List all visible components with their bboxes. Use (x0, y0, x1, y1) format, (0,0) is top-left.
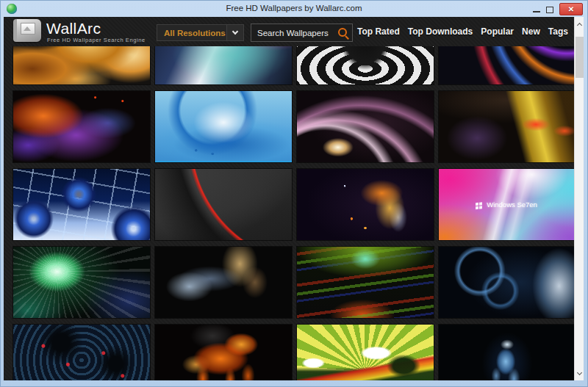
nav-tags[interactable]: Tags (548, 26, 568, 37)
wallpaper-thumbnail-blue-glass-spheres[interactable] (13, 169, 150, 240)
windows-flag-icon (476, 203, 478, 206)
wallpaper-label-wrap: Windows Se7en (476, 200, 537, 209)
titlebar: Free HD Wallpapers by Wallarc.com ✕ (1, 1, 587, 17)
wallpaper-thumbnail-ice-figure[interactable] (439, 325, 574, 380)
wallpaper-thumbnail-green-red-wavy-ribbons[interactable] (297, 247, 434, 318)
wallpaper-thumbnail-zebra-vortex[interactable] (297, 46, 434, 84)
maximize-button[interactable] (546, 7, 553, 13)
wallpaper-label: Windows Se7en (487, 200, 537, 209)
nav-popular[interactable]: Popular (481, 26, 514, 37)
dropdown-caret-cell[interactable] (226, 25, 243, 40)
nav-top-rated[interactable]: Top Rated (357, 26, 400, 37)
main-nav: Top Rated Top Downloads Popular New Tags (357, 17, 568, 46)
wallpaper-thumbnail-fire-purple-flames[interactable] (13, 91, 150, 162)
wallpaper-thumbnail-gold-abstract-swirls[interactable] (13, 46, 150, 84)
app-header: WallArc Free HD Wallpaper Search Engine … (4, 17, 574, 46)
nav-new[interactable]: New (522, 26, 540, 37)
wallpaper-thumbnail-phoenix-paint-splash[interactable] (297, 169, 434, 240)
wallpaper-grid-viewport: Windows Se7en (4, 46, 574, 380)
wallpaper-thumbnail-pink-light-streaks[interactable] (297, 91, 434, 162)
scrollbar-thumb[interactable] (576, 37, 584, 78)
vertical-scrollbar[interactable] (574, 17, 584, 380)
wallpaper-thumbnail-green-particle-burst[interactable] (13, 247, 150, 318)
wallpaper-thumbnail-neon-ribbon-waves[interactable] (439, 46, 574, 84)
brand-tagline: Free HD Wallpaper Search Engine (47, 37, 146, 43)
wallpaper-thumbnail-dark-gray-curves[interactable] (155, 169, 292, 240)
content-area: WallArc Free HD Wallpaper Search Engine … (4, 17, 584, 380)
wallpaper-thumbnail-fire-horse[interactable] (155, 325, 292, 380)
brand-name: WallArc (46, 20, 101, 37)
resolution-dropdown[interactable]: All Resolutions (157, 24, 244, 41)
wallpaper-thumbnail-water-wave[interactable] (155, 91, 292, 162)
chevron-up-icon (577, 22, 582, 27)
minimize-button[interactable] (533, 11, 540, 12)
wallpaper-thumbnail-windows-se7en[interactable]: Windows Se7en (439, 169, 574, 240)
wallpaper-thumbnail-blue-red-fractal[interactable] (13, 325, 150, 380)
wallarc-logo-icon (13, 19, 41, 42)
search-input[interactable] (251, 29, 336, 37)
scroll-up-button[interactable] (575, 18, 584, 29)
chevron-down-icon (232, 29, 238, 35)
wallpaper-thumbnail-macro-blur-abstract[interactable] (155, 46, 292, 84)
resolution-dropdown-value: All Resolutions (157, 29, 226, 37)
wallpaper-grid: Windows Se7en (13, 46, 574, 380)
magnifier-icon[interactable] (336, 24, 352, 41)
wallpaper-thumbnail-smoke-art-figures[interactable] (155, 247, 292, 318)
search-box (251, 23, 353, 42)
wallpaper-thumbnail-sunburst-landscape[interactable] (297, 325, 434, 380)
scroll-down-button[interactable] (575, 368, 584, 379)
close-button[interactable]: ✕ (559, 3, 583, 15)
app-window: Free HD Wallpapers by Wallarc.com ✕ Wall… (0, 0, 588, 387)
wallpaper-thumbnail-icy-blue-swirls[interactable] (439, 247, 574, 318)
nav-top-downloads[interactable]: Top Downloads (408, 26, 473, 37)
window-title: Free HD Wallpapers by Wallarc.com (1, 4, 587, 12)
chevron-down-icon (577, 370, 582, 375)
wallpaper-thumbnail-night-race-cars[interactable] (439, 91, 574, 162)
